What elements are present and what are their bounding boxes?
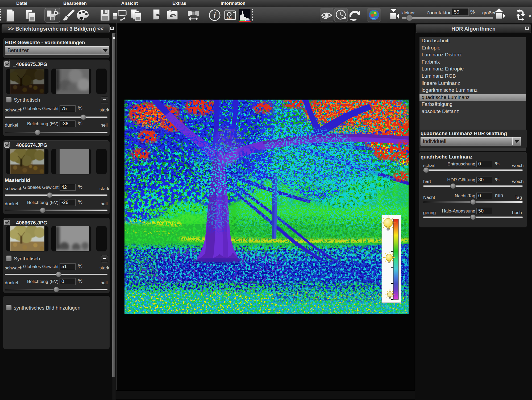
svg-text:i: i (214, 10, 216, 20)
svg-text:»: » (528, 12, 531, 19)
svg-text:EXIF: EXIF (227, 16, 234, 19)
